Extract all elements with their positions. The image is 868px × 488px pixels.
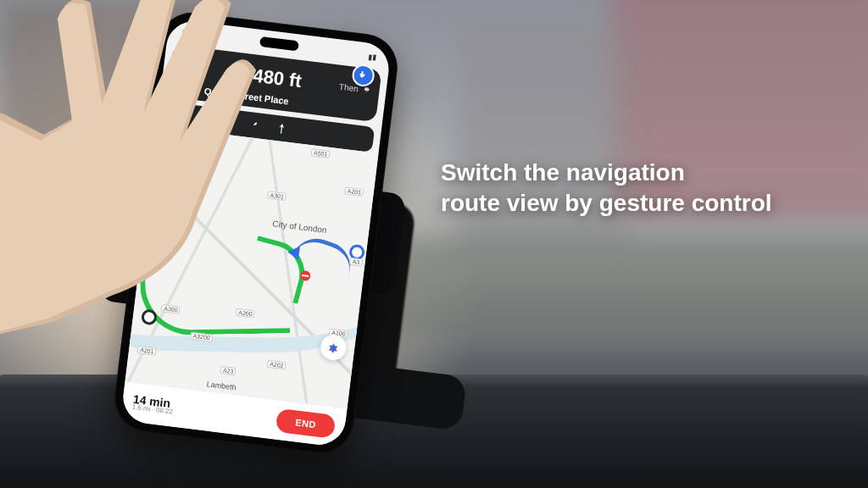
turn-distance: 480 ft [252,64,303,92]
caption-line: route view by gesture control [441,188,772,219]
lane-left-then-straight-icon [249,117,263,134]
phone-device: 📶 📶 ▮▮ [111,9,402,458]
caption-line: Switch the navigation [441,158,772,188]
road-label: A3 [349,258,363,267]
road-badge: A300 [176,83,200,95]
turn-left-icon [220,58,248,89]
turn-right-icon [360,83,372,96]
turn-left-icon [177,53,204,83]
battery-icon: ▮▮ [368,53,377,62]
then-label: Then [338,81,359,93]
promo-frame: 📶 📶 ▮▮ [0,0,868,488]
promo-caption: Switch the navigation route view by gest… [441,158,772,219]
signal-icons: 📶 📶 [181,30,203,41]
eta-block[interactable]: 14 min 1.6 mi · 08:22 [131,393,175,417]
map-canvas[interactable]: City of London A501 A201 A301 A3 A300 A2… [125,126,379,408]
end-navigation-button[interactable]: END [275,408,337,439]
lane-straight-icon [275,120,288,137]
phone-screen[interactable]: 📶 📶 ▮▮ [120,19,392,448]
